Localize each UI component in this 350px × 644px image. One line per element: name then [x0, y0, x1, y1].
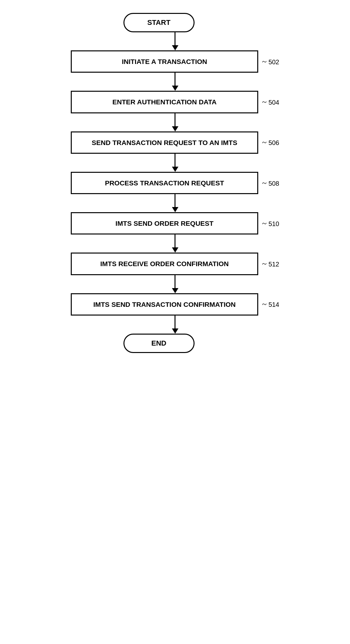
arrow-4: [172, 154, 178, 172]
step502-label: INITIATE A TRANSACTION: [122, 58, 207, 65]
step514-node: IMTS SEND TRANSACTION CONFIRMATION: [71, 293, 258, 316]
step506-ref: ~ 506: [262, 138, 279, 147]
arrow-5: [172, 194, 178, 212]
arrow-line-7: [175, 275, 175, 288]
arrow-6: [172, 234, 178, 253]
step514-row: IMTS SEND TRANSACTION CONFIRMATION ~ 514: [62, 293, 288, 316]
step504-row: ENTER AUTHENTICATION DATA ~ 504: [62, 91, 288, 113]
step502-row: INITIATE A TRANSACTION ~ 502: [62, 50, 288, 73]
step506-node: SEND TRANSACTION REQUEST TO AN IMTS: [71, 131, 258, 154]
start-node-row: START: [62, 13, 288, 32]
step510-label: IMTS SEND ORDER REQUEST: [115, 220, 213, 227]
step502-ref: ~ 502: [262, 57, 279, 67]
end-label: END: [151, 339, 166, 347]
arrow-head-7: [172, 288, 178, 293]
step514-label: IMTS SEND TRANSACTION CONFIRMATION: [93, 301, 236, 308]
step512-row: IMTS RECEIVE ORDER CONFIRMATION ~ 512: [62, 253, 288, 275]
end-terminal: END: [123, 334, 195, 353]
arrow-line-3: [175, 113, 175, 126]
arrow-head-4: [172, 167, 178, 172]
step510-row: IMTS SEND ORDER REQUEST ~ 510: [62, 212, 288, 234]
arrow-line-5: [175, 194, 175, 207]
arrow-1: [172, 32, 178, 50]
arrow-8: [172, 316, 178, 334]
arrow-2: [172, 73, 178, 91]
step508-node: PROCESS TRANSACTION REQUEST: [71, 172, 258, 194]
step508-ref: ~ 508: [262, 178, 279, 188]
start-label: START: [147, 18, 171, 26]
start-terminal: START: [123, 13, 195, 32]
step506-row: SEND TRANSACTION REQUEST TO AN IMTS ~ 50…: [62, 131, 288, 154]
arrow-line-6: [175, 234, 175, 247]
step512-ref: ~ 512: [262, 259, 279, 269]
arrow-head-8: [172, 328, 178, 334]
arrow-7: [172, 275, 178, 293]
arrow-head-2: [172, 86, 178, 91]
step512-label: IMTS RECEIVE ORDER CONFIRMATION: [100, 260, 228, 267]
arrow-line-8: [175, 316, 175, 328]
arrow-head-5: [172, 207, 178, 212]
arrow-line-2: [175, 73, 175, 86]
arrow-3: [172, 113, 178, 131]
step506-label: SEND TRANSACTION REQUEST TO AN IMTS: [92, 139, 237, 146]
step512-node: IMTS RECEIVE ORDER CONFIRMATION: [71, 253, 258, 275]
step502-node: INITIATE A TRANSACTION: [71, 50, 258, 73]
step510-node: IMTS SEND ORDER REQUEST: [71, 212, 258, 234]
step504-node: ENTER AUTHENTICATION DATA: [71, 91, 258, 113]
arrow-line-1: [175, 32, 175, 45]
step508-label: PROCESS TRANSACTION REQUEST: [105, 179, 224, 187]
arrow-line-4: [175, 154, 175, 167]
step504-label: ENTER AUTHENTICATION DATA: [112, 98, 217, 106]
step504-ref: ~ 504: [262, 97, 279, 107]
step510-ref: ~ 510: [262, 219, 279, 228]
arrow-head-6: [172, 247, 178, 253]
step508-row: PROCESS TRANSACTION REQUEST ~ 508: [62, 172, 288, 194]
end-node-row: END: [62, 334, 288, 353]
arrow-head-3: [172, 126, 178, 131]
flowchart: START INITIATE A TRANSACTION ~ 502 ENTER…: [62, 13, 288, 353]
arrow-head-1: [172, 45, 178, 50]
step514-ref: ~ 514: [262, 299, 279, 309]
